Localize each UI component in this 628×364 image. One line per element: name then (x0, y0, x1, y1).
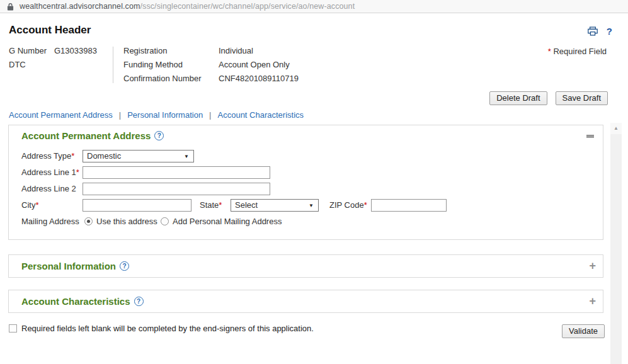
browser-address-bar[interactable]: wealthcentral.advisorchannel.com/ssc/sin… (0, 0, 628, 13)
city-label: City* (21, 199, 38, 212)
state-select[interactable]: Select ▼ (231, 199, 319, 212)
dropdown-arrow-icon: ▼ (309, 203, 314, 209)
header-field-confirmation-number: Confirmation NumberCNF48201089110719 (123, 74, 299, 88)
address-line2-row: Address Line 2 (9, 183, 603, 195)
section-title: Account Characteristics? (21, 296, 144, 307)
end-signers-checkbox[interactable] (9, 324, 17, 333)
address-type-row: Address Type* Domestic ▼ (9, 150, 603, 162)
header-divider (113, 47, 113, 83)
vertical-scrollbar[interactable]: ▲ (610, 123, 622, 364)
section-account-characteristics: Account Characteristics? + (8, 290, 603, 313)
header-field-funding-method: Funding MethodAccount Open Only (123, 60, 299, 74)
expand-icon[interactable]: + (589, 259, 596, 272)
header-field-registration: RegistrationIndividual (123, 46, 299, 60)
collapse-icon[interactable] (586, 135, 594, 138)
lock-icon (7, 3, 14, 11)
section-title: Personal Information? (21, 261, 129, 271)
field-label: Confirmation Number (123, 74, 219, 84)
radio-label-use-this-address[interactable]: Use this address (96, 215, 157, 228)
field-label: Registration (123, 46, 219, 56)
radio-label-add-personal-mailing-address[interactable]: Add Personal Mailing Address (173, 215, 282, 228)
field-value: Individual (219, 46, 253, 55)
field-label: Funding Method (123, 60, 219, 70)
header-field-dtc: DTC (9, 60, 97, 74)
address-line2-input[interactable] (83, 183, 270, 195)
header-summary-right: RegistrationIndividual Funding MethodAcc… (123, 46, 299, 88)
expand-icon[interactable]: + (589, 295, 596, 307)
address-line1-row: Address Line 1* (9, 166, 603, 179)
mailing-address-label: Mailing Address (21, 215, 79, 228)
city-state-zip-row: City* State* Select ▼ ZIP Code* (9, 199, 603, 212)
section-account-permanent-address: Account Permanent Address? Address Type*… (8, 125, 603, 240)
state-label: State* (200, 199, 222, 212)
section-help-icon[interactable]: ? (120, 261, 129, 271)
mailing-address-row: Mailing Address Use this address Add Per… (9, 215, 603, 228)
save-draft-button[interactable]: Save Draft (556, 91, 608, 105)
header-actions: ? (588, 26, 612, 37)
address-line2-label: Address Line 2 (21, 183, 76, 195)
nav-separator: | (119, 110, 121, 120)
print-icon[interactable] (588, 26, 598, 36)
address-type-select[interactable]: Domestic ▼ (83, 150, 194, 162)
radio-use-this-address[interactable] (84, 217, 93, 225)
zip-code-input[interactable] (371, 199, 447, 212)
url-text: wealthcentral.advisorchannel.com/ssc/sin… (20, 2, 355, 11)
section-title: Account Permanent Address? (21, 130, 164, 141)
end-signers-disclaimer: Required fields left blank will be compl… (21, 324, 314, 334)
draft-button-group: Delete Draft Save Draft (489, 91, 608, 105)
radio-add-personal-mailing-address[interactable] (161, 217, 169, 225)
header-summary-left: G NumberG13033983 DTC (9, 46, 97, 74)
address-type-label: Address Type* (21, 150, 74, 162)
nav-link-personal-information[interactable]: Personal Information (127, 110, 203, 120)
url-path: /ssc/singlecontainer/wc/channel/app/serv… (140, 2, 355, 11)
address-line1-input[interactable] (83, 166, 270, 179)
section-nav: Account Permanent Address|Personal Infor… (9, 110, 304, 120)
section-help-icon[interactable]: ? (134, 297, 144, 306)
header-field-gnumber: G NumberG13033983 (9, 46, 97, 60)
city-input[interactable] (83, 199, 191, 212)
nav-separator: | (209, 110, 211, 120)
field-value: Account Open Only (219, 60, 290, 69)
nav-link-account-permanent-address[interactable]: Account Permanent Address (9, 110, 113, 120)
dropdown-arrow-icon: ▼ (184, 154, 189, 160)
field-label: G Number (9, 46, 54, 56)
delete-draft-button[interactable]: Delete Draft (489, 91, 547, 105)
field-value: CNF48201089110719 (219, 74, 299, 83)
page-help-icon[interactable]: ? (607, 26, 612, 37)
zip-code-label: ZIP Code* (329, 199, 367, 212)
validate-button[interactable]: Validate (562, 324, 605, 338)
field-label: DTC (9, 60, 54, 70)
field-value: G13033983 (54, 46, 97, 55)
address-type-selected-value: Domestic (87, 151, 121, 161)
page-title: Account Header (9, 24, 91, 37)
end-signers-checkbox-row: Required fields left blank will be compl… (9, 324, 314, 334)
new-account-page: wealthcentral.advisorchannel.com/ssc/sin… (0, 0, 628, 364)
state-selected-value: Select (235, 200, 258, 210)
url-domain: wealthcentral.advisorchannel.com (20, 2, 140, 11)
section-help-icon[interactable]: ? (154, 131, 164, 140)
required-field-note: * Required Field (548, 47, 607, 56)
section-personal-information: Personal Information? + (8, 254, 603, 278)
nav-link-account-characteristics[interactable]: Account Characteristics (218, 110, 304, 120)
scroll-up-arrow-icon[interactable]: ▲ (610, 123, 622, 134)
address-line1-label: Address Line 1* (21, 166, 79, 179)
